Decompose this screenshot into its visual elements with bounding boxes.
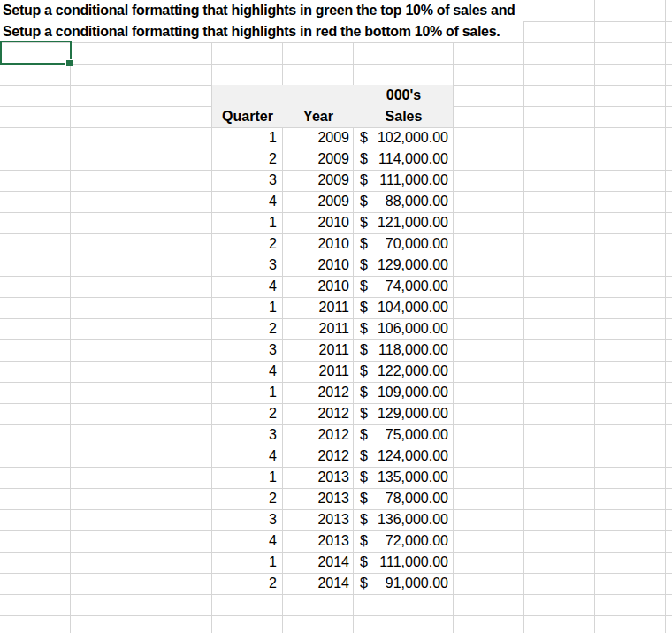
sales-cell[interactable]: $ 78,000.00 <box>354 488 454 509</box>
year-cell[interactable]: 2011 <box>283 361 354 382</box>
sales-amount: 104,000.00 <box>378 297 448 318</box>
sales-cell[interactable]: $ 122,000.00 <box>354 361 454 382</box>
table-row: 3 2012 $ 75,000.00 <box>212 424 454 446</box>
sales-cell[interactable]: $ 118,000.00 <box>354 339 454 361</box>
quarter-cell[interactable]: 3 <box>212 255 283 276</box>
currency-symbol: $ <box>360 233 368 255</box>
sales-cell[interactable]: $ 114,000.00 <box>354 149 454 170</box>
quarter-cell[interactable]: 4 <box>212 446 283 467</box>
sales-amount: 78,000.00 <box>386 488 448 509</box>
quarter-cell[interactable]: 1 <box>212 127 283 149</box>
quarter-cell[interactable]: 4 <box>212 191 283 212</box>
year-cell[interactable]: 2010 <box>283 212 354 233</box>
gridline <box>141 42 141 633</box>
quarter-cell[interactable]: 2 <box>212 488 283 509</box>
year-cell[interactable]: 2010 <box>283 276 354 297</box>
gridline <box>665 42 666 633</box>
quarter-cell[interactable]: 4 <box>212 276 283 297</box>
instruction-line-2[interactable]: Setup a conditional formatting that high… <box>3 21 500 42</box>
sales-header-cell[interactable]: Sales <box>354 106 454 127</box>
sales-cell[interactable]: $ 70,000.00 <box>354 233 454 255</box>
currency-symbol: $ <box>360 191 368 212</box>
year-cell[interactable]: 2013 <box>283 509 354 530</box>
currency-symbol: $ <box>360 276 368 297</box>
table-row: 3 2011 $ 118,000.00 <box>212 339 454 361</box>
year-cell[interactable]: 2014 <box>283 552 354 573</box>
units-header-cell[interactable]: 000's <box>354 85 454 106</box>
quarter-cell[interactable]: 1 <box>212 552 283 573</box>
year-cell[interactable]: 2010 <box>283 233 354 255</box>
sales-amount: 111,000.00 <box>379 170 448 191</box>
quarter-cell[interactable]: 2 <box>212 233 283 255</box>
sales-cell[interactable]: $ 88,000.00 <box>354 191 454 212</box>
currency-symbol: $ <box>360 127 368 149</box>
quarter-header-cell[interactable]: Quarter <box>212 106 283 127</box>
quarter-cell[interactable]: 1 <box>212 467 283 488</box>
quarter-cell[interactable]: 2 <box>212 149 283 170</box>
sales-amount: 106,000.00 <box>378 318 448 339</box>
sales-cell[interactable]: $ 74,000.00 <box>354 276 454 297</box>
quarter-cell[interactable]: 4 <box>212 530 283 552</box>
year-cell[interactable]: 2011 <box>283 318 354 339</box>
quarter-cell[interactable]: 2 <box>212 403 283 424</box>
year-cell[interactable]: 2012 <box>283 424 354 446</box>
quarter-cell[interactable]: 3 <box>212 509 283 530</box>
sales-amount: 121,000.00 <box>378 212 448 233</box>
year-header-cell[interactable]: Year <box>283 106 354 127</box>
currency-symbol: $ <box>360 339 368 361</box>
year-cell[interactable]: 2013 <box>283 530 354 552</box>
quarter-cell[interactable]: 3 <box>212 170 283 191</box>
currency-symbol: $ <box>360 530 368 552</box>
fill-handle[interactable] <box>65 59 73 66</box>
quarter-cell[interactable]: 1 <box>212 212 283 233</box>
gridline <box>524 21 672 22</box>
sales-cell[interactable]: $ 72,000.00 <box>354 530 454 552</box>
year-cell[interactable]: 2009 <box>283 191 354 212</box>
sales-amount: 136,000.00 <box>378 509 448 530</box>
sales-cell[interactable]: $ 135,000.00 <box>354 467 454 488</box>
sales-cell[interactable]: $ 91,000.00 <box>354 573 454 594</box>
sales-amount: 129,000.00 <box>378 403 448 424</box>
sales-cell[interactable]: $ 129,000.00 <box>354 255 454 276</box>
year-cell[interactable]: 2009 <box>283 170 354 191</box>
year-cell[interactable]: 2009 <box>283 149 354 170</box>
year-cell[interactable]: 2014 <box>283 573 354 594</box>
table-row: 2 2014 $ 91,000.00 <box>212 573 454 594</box>
currency-symbol: $ <box>360 297 368 318</box>
year-cell[interactable]: 2012 <box>283 446 354 467</box>
year-cell[interactable]: 2012 <box>283 382 354 403</box>
sales-cell[interactable]: $ 129,000.00 <box>354 403 454 424</box>
sales-cell[interactable]: $ 75,000.00 <box>354 424 454 446</box>
quarter-cell[interactable]: 4 <box>212 361 283 382</box>
sales-cell[interactable]: $ 102,000.00 <box>354 127 454 149</box>
year-cell[interactable]: 2013 <box>283 467 354 488</box>
quarter-cell[interactable]: 3 <box>212 424 283 446</box>
sales-cell[interactable]: $ 121,000.00 <box>354 212 454 233</box>
sales-cell[interactable]: $ 111,000.00 <box>354 552 454 573</box>
year-cell[interactable]: 2009 <box>283 127 354 149</box>
year-cell[interactable]: 2011 <box>283 339 354 361</box>
table-row: 1 2010 $ 121,000.00 <box>212 212 454 233</box>
year-cell[interactable]: 2013 <box>283 488 354 509</box>
quarter-cell[interactable]: 1 <box>212 297 283 318</box>
gridline <box>523 21 524 42</box>
sales-cell[interactable]: $ 109,000.00 <box>354 382 454 403</box>
selected-cell[interactable] <box>0 41 72 65</box>
sales-cell[interactable]: $ 136,000.00 <box>354 509 454 530</box>
table-row: 2 2011 $ 106,000.00 <box>212 318 454 339</box>
currency-symbol: $ <box>360 361 368 382</box>
sales-amount: 122,000.00 <box>378 361 448 382</box>
sales-cell[interactable]: $ 111,000.00 <box>354 170 454 191</box>
sales-cell[interactable]: $ 104,000.00 <box>354 297 454 318</box>
instruction-line-1[interactable]: Setup a conditional formatting that high… <box>3 0 515 21</box>
quarter-cell[interactable]: 3 <box>212 339 283 361</box>
sales-cell[interactable]: $ 124,000.00 <box>354 446 454 467</box>
table-row: 4 2013 $ 72,000.00 <box>212 530 454 552</box>
year-cell[interactable]: 2012 <box>283 403 354 424</box>
year-cell[interactable]: 2010 <box>283 255 354 276</box>
quarter-cell[interactable]: 1 <box>212 382 283 403</box>
sales-cell[interactable]: $ 106,000.00 <box>354 318 454 339</box>
quarter-cell[interactable]: 2 <box>212 318 283 339</box>
year-cell[interactable]: 2011 <box>283 297 354 318</box>
quarter-cell[interactable]: 2 <box>212 573 283 594</box>
